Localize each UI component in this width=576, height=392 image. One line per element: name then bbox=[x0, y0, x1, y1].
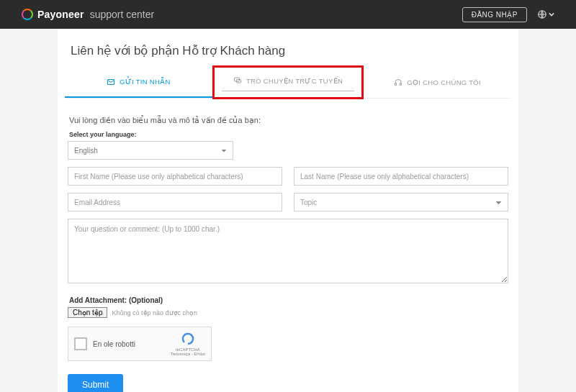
tab-send-message[interactable]: GỬI TIN NHẮN bbox=[65, 68, 212, 98]
brand-sub: support center bbox=[90, 9, 155, 20]
email-input[interactable] bbox=[68, 193, 282, 211]
tab-live-chat[interactable]: TRÒ CHUYỆN TRỰC TUYẾN bbox=[222, 72, 355, 91]
language-label: Select your language: bbox=[69, 131, 508, 138]
choose-file-button[interactable]: Chọn tệp bbox=[68, 307, 107, 318]
payoneer-logo-icon bbox=[22, 9, 33, 20]
page-card: Liên hệ với bộ phận Hỗ trợ Khách hàng GỬ… bbox=[58, 29, 518, 392]
file-status: Không có tệp nào được chọn bbox=[112, 309, 197, 316]
chevron-down-icon bbox=[549, 12, 554, 17]
language-switcher[interactable] bbox=[537, 9, 554, 19]
envelope-icon bbox=[107, 78, 115, 86]
form: Vui lòng điền vào biểu mẫu và mô tả vấn … bbox=[65, 116, 511, 392]
last-name-input[interactable] bbox=[294, 167, 508, 186]
tab-label: GỬI TIN NHẮN bbox=[120, 78, 171, 86]
globe-icon bbox=[537, 9, 547, 19]
login-button[interactable]: ĐĂNG NHẬP bbox=[462, 7, 527, 22]
svg-rect-5 bbox=[400, 83, 402, 85]
chat-icon bbox=[233, 76, 242, 85]
tab-label: TRÒ CHUYỆN TRỰC TUYẾN bbox=[246, 77, 343, 85]
brand: Payoneer support center bbox=[22, 9, 154, 20]
highlight-box: TRÒ CHUYỆN TRỰC TUYẾN bbox=[212, 65, 364, 99]
question-textarea[interactable] bbox=[68, 219, 508, 283]
recaptcha[interactable]: En ole robotti reCAPTCHA Tietosuoja - Eh… bbox=[68, 327, 212, 361]
svg-rect-4 bbox=[395, 83, 397, 85]
top-bar: Payoneer support center ĐĂNG NHẬP bbox=[0, 0, 576, 29]
topic-select[interactable]: Topic bbox=[294, 193, 508, 211]
submit-button[interactable]: Submit bbox=[68, 374, 123, 392]
recaptcha-checkbox[interactable] bbox=[74, 337, 87, 350]
page-title: Liên hệ với bộ phận Hỗ trợ Khách hàng bbox=[71, 43, 511, 58]
form-intro: Vui lòng điền vào biểu mẫu và mô tả vấn … bbox=[69, 116, 508, 125]
top-right: ĐĂNG NHẬP bbox=[462, 7, 554, 22]
language-select[interactable]: English bbox=[68, 141, 233, 160]
brand-name: Payoneer bbox=[37, 9, 84, 20]
file-row: Chọn tệp Không có tệp nào được chọn bbox=[68, 307, 508, 318]
tabs: GỬI TIN NHẮN TRÒ CHUYỆN TRỰC TUYẾN GỌI C… bbox=[65, 68, 511, 99]
recaptcha-badge: reCAPTCHA Tietosuoja - Ehdot bbox=[171, 332, 205, 356]
headset-icon bbox=[394, 78, 402, 87]
tab-call-us[interactable]: GỌI CHO CHÚNG TÔI bbox=[364, 68, 511, 98]
first-name-input[interactable] bbox=[68, 167, 282, 186]
recaptcha-text: En ole robotti bbox=[93, 340, 135, 348]
attachment-label: Add Attachment: (Optional) bbox=[69, 296, 508, 304]
recaptcha-icon bbox=[181, 332, 195, 346]
tab-label: GỌI CHO CHÚNG TÔI bbox=[407, 78, 481, 86]
